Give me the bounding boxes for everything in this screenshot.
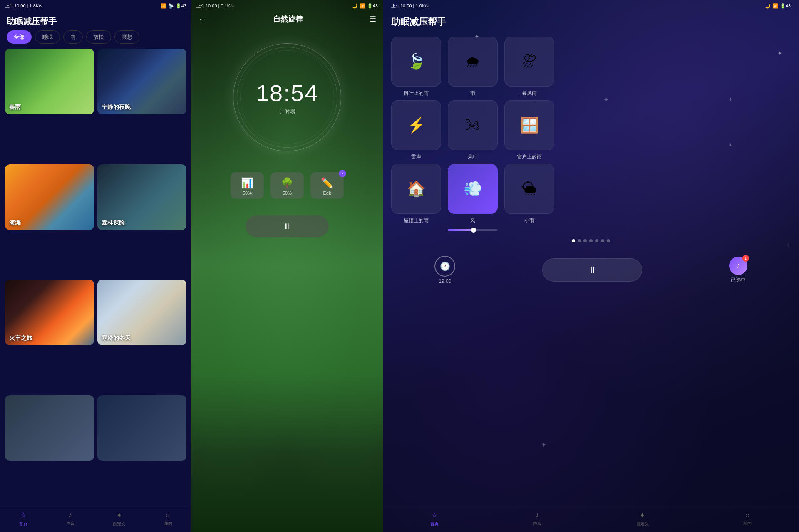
filter-meditation[interactable]: 冥想 <box>114 30 139 44</box>
sound-label: 屋顶上的雨 <box>404 217 429 224</box>
sound-item-drizzle[interactable]: 🌦 小雨 <box>504 164 554 231</box>
volume-slider[interactable] <box>448 229 498 231</box>
sound-label: 风叶 <box>468 153 478 161</box>
music-note-icon: ♪ <box>736 261 740 270</box>
pause-button[interactable]: ⏸ <box>246 215 329 237</box>
filter-relax[interactable]: 放松 <box>86 30 111 44</box>
slider-thumb[interactable] <box>471 228 476 233</box>
sound-label: 窗户上的雨 <box>517 153 542 161</box>
dot-2[interactable] <box>578 239 581 242</box>
status-time-left: 上午10:00 | 1.8K/s <box>5 3 42 9</box>
nav-home-right[interactable]: ☆ 首页 <box>430 511 439 527</box>
moon-icon-r: 🌙 <box>765 3 771 9</box>
plus-deco-3: ✦ <box>541 441 546 449</box>
sound-grid-right: 🍃 树叶上的雨 🌧 雨 ⛈ 暴风雨 <box>383 32 799 102</box>
edit-icon: ✏️ <box>321 177 333 189</box>
nav-profile-left[interactable]: ○ 我的 <box>164 511 172 527</box>
filter-sleep[interactable]: 睡眠 <box>35 30 60 44</box>
sound-label: 风 <box>470 217 475 224</box>
sound-item-roof-rain[interactable]: 🏠 屋顶上的雨 <box>391 164 441 231</box>
sound-label: 雷声 <box>411 153 421 161</box>
nav-label-profile-r: 我的 <box>743 521 752 527</box>
battery-icon-r: 🔋43 <box>780 3 791 9</box>
sound-label: 暴风雨 <box>522 90 537 97</box>
item-label: 海滩 <box>9 219 21 227</box>
panel-right: ✦ ✦ + ✦ + ✦ ✦ + 上午10:00 | 1.0K/s 🌙 📶 🔋43… <box>383 0 799 532</box>
wind-leaf-icon: 🌬 <box>465 116 480 134</box>
nav-label-profile: 我的 <box>164 521 172 527</box>
signal-icon-m: 📶 <box>360 3 365 9</box>
nav-custom-right[interactable]: ✦ 自定义 <box>636 511 649 527</box>
nav-profile-right[interactable]: ○ 我的 <box>743 511 752 527</box>
list-item[interactable] <box>5 395 94 461</box>
moon-icon: 🌙 <box>352 3 358 9</box>
sound-item-wind[interactable]: 💨 风 <box>448 164 498 231</box>
sound-card: 🌦 <box>504 164 554 214</box>
wifi-icon: 📡 <box>168 3 174 9</box>
sound-item-window-rain[interactable]: 🪟 窗户上的雨 <box>504 100 554 161</box>
filter-rain[interactable]: 雨 <box>63 30 83 44</box>
storm-icon: ⛈ <box>522 53 537 70</box>
nature-sound-button[interactable]: 🌳 50% <box>270 172 304 199</box>
selected-label: 已选中 <box>731 277 746 284</box>
dot-1[interactable] <box>572 239 575 242</box>
dot-3[interactable] <box>583 239 587 242</box>
filter-all[interactable]: 全部 <box>7 30 32 44</box>
list-item[interactable]: 宁静的夜晚 <box>97 49 186 114</box>
status-icons-left: 📶 📡 🔋43 <box>161 3 186 9</box>
edit-button[interactable]: 2 ✏️ Edit <box>310 172 344 199</box>
sound-item-leaf-rain[interactable]: 🍃 树叶上的雨 <box>391 37 441 97</box>
nav-home-left[interactable]: ☆ 首页 <box>19 511 27 527</box>
play-pause-button-right[interactable]: ⏸ <box>542 258 642 282</box>
sound-label: 树叶上的雨 <box>404 90 429 97</box>
timer-button[interactable]: 🕐 19:00 <box>434 256 455 284</box>
timer-section: 18:54 计时器 <box>191 43 383 151</box>
equalizer-icon: 📊 <box>241 177 253 189</box>
sound-item-thunder[interactable]: ⚡ 雷声 <box>391 100 441 161</box>
item-label: 森林探险 <box>102 219 125 227</box>
home-icon: ☆ <box>20 511 27 520</box>
list-item[interactable]: 寒冷的冬天 <box>97 280 186 345</box>
sound-card: 🌧 <box>448 37 498 87</box>
selected-button[interactable]: ♪ 1 已选中 <box>729 257 747 284</box>
list-item[interactable]: 海滩 <box>5 164 94 230</box>
nav-sound-right[interactable]: ♪ 声音 <box>533 511 541 527</box>
list-item[interactable] <box>97 395 186 461</box>
status-bar-right: 上午10:00 | 1.0K/s 🌙 📶 🔋43 <box>383 0 799 12</box>
leaf-rain-icon: 🍃 <box>407 53 426 70</box>
nav-label-home: 首页 <box>19 521 27 527</box>
list-item[interactable]: 森林探险 <box>97 164 186 230</box>
timer-value: 19:00 <box>439 278 451 284</box>
status-time-right: 上午10:00 | 1.0K/s <box>391 3 429 9</box>
item-label: 春雨 <box>9 104 21 111</box>
sound-item-rain[interactable]: 🌧 雨 <box>448 37 498 97</box>
back-button[interactable]: ← <box>198 15 206 24</box>
sound-card: 🍃 <box>391 37 441 87</box>
panel-middle: 上午10:00 | 0.1K/s 🌙 📶 🔋43 ← 自然旋律 ☰ 18:54 … <box>191 0 383 532</box>
wind-icon: 💨 <box>464 180 482 198</box>
panel-left: 上午10:00 | 1.8K/s 📶 📡 🔋43 助眠减压帮手 全部 睡眠 雨 … <box>0 0 191 532</box>
status-icons-middle: 🌙 📶 🔋43 <box>352 3 378 9</box>
timer-display: 18:54 <box>256 79 318 106</box>
list-item[interactable]: 春雨 <box>5 49 94 114</box>
dot-5[interactable] <box>595 239 598 242</box>
menu-button[interactable]: ☰ <box>370 15 376 24</box>
nav-label-custom-r: 自定义 <box>636 521 649 527</box>
selected-icon-container: ♪ 1 <box>729 257 747 275</box>
sound-card-active: 💨 <box>448 164 498 214</box>
dot-4[interactable] <box>589 239 593 242</box>
dot-7[interactable] <box>607 239 610 242</box>
nature-icon: 🌳 <box>281 177 293 189</box>
sound-item-storm[interactable]: ⛈ 暴风雨 <box>504 37 554 97</box>
nav-sound-left[interactable]: ♪ 声音 <box>66 511 74 527</box>
player-title: 自然旋律 <box>273 14 303 24</box>
equalizer-button[interactable]: 📊 50% <box>231 172 264 199</box>
nav-custom-left[interactable]: ✦ 自定义 <box>113 511 125 527</box>
sound-icon: ♪ <box>68 511 72 520</box>
sound-grid-left: 春雨 宁静的夜晚 海滩 森林探险 火车之旅 寒冷的冬天 <box>0 49 191 507</box>
sound-item-wind-leaf[interactable]: 🌬 风叶 <box>448 100 498 161</box>
list-item[interactable]: 火车之旅 <box>5 280 94 345</box>
battery-icon: 🔋43 <box>176 3 186 9</box>
nav-label-home-r: 首页 <box>430 521 439 527</box>
dot-6[interactable] <box>601 239 604 242</box>
